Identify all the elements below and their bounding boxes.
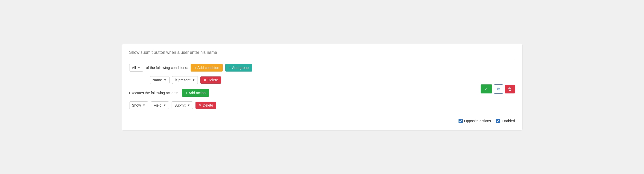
action-type-select[interactable]: Show ▼ [129,101,148,109]
confirm-icon: ✓ [485,87,488,91]
of-label: of the following conditions: [146,66,188,70]
action-delete-button[interactable]: ✕ Delete [195,102,216,109]
opposite-actions-text: Opposite actions [464,119,491,123]
condition-field-label: Name [153,78,162,82]
action-target-chevron: ▼ [187,103,190,107]
enabled-text: Enabled [502,119,515,123]
action-delete-label: Delete [203,103,213,107]
action-row: Show ▼ Field ▼ Submit ▼ ✕ Delete [129,101,481,109]
all-select-label: All [132,66,136,70]
add-condition-button[interactable]: + Add condition [191,64,223,72]
opposite-actions-label[interactable]: Opposite actions [459,119,491,123]
action-delete-icon: ✕ [199,103,202,107]
action-target-select[interactable]: Submit ▼ [172,101,193,109]
add-group-button[interactable]: + Add group [225,64,252,72]
condition-delete-button[interactable]: ✕ Delete [200,76,221,84]
header-buttons-group: ✓ ⧉ 🗑 [481,84,515,94]
confirm-button[interactable]: ✓ [481,84,492,93]
delete-rule-button[interactable]: 🗑 [505,85,515,93]
action-type-label: Show [132,103,141,107]
condition-field-select[interactable]: Name ▼ [150,76,170,84]
conditions-top-row: All ▼ of the following conditions: + Add… [129,64,515,114]
add-action-label: Add action [189,91,206,95]
action-type-chevron: ▼ [143,103,146,107]
all-select[interactable]: All ▼ [129,64,143,72]
rule-title-input[interactable] [129,50,515,58]
action-field-type-chevron: ▼ [163,103,166,107]
all-select-chevron: ▼ [137,66,141,69]
copy-button[interactable]: ⧉ [494,84,503,94]
add-action-icon: + [185,91,188,95]
actions-header-row: Executes the following actions: + Add ac… [129,89,481,97]
executes-label: Executes the following actions: [129,91,178,95]
condition-operator-select[interactable]: is present ▼ [172,76,198,84]
action-field-type-select[interactable]: Field ▼ [151,101,169,109]
opposite-actions-checkbox[interactable] [459,119,463,123]
conditions-section: All ▼ of the following conditions: + Add… [129,64,481,114]
condition-row: Name ▼ is present ▼ ✕ Delete [150,76,481,84]
delete-rule-icon: 🗑 [508,87,512,91]
condition-field-chevron: ▼ [164,78,167,82]
add-group-icon: + [229,66,231,70]
add-condition-label: Add condition [197,66,219,70]
add-action-button[interactable]: + Add action [182,89,209,97]
copy-icon: ⧉ [497,87,500,91]
condition-delete-icon: ✕ [203,78,207,82]
condition-operator-label: is present [175,78,191,82]
condition-operator-chevron: ▼ [192,78,195,82]
footer-row: Opposite actions Enabled [129,119,515,123]
action-target-label: Submit [174,103,186,107]
action-field-type-label: Field [154,103,161,107]
add-group-label: Add group [232,66,249,70]
condition-delete-label: Delete [208,78,218,82]
enabled-checkbox[interactable] [496,119,500,123]
enabled-label[interactable]: Enabled [496,119,515,123]
conditions-header-row: All ▼ of the following conditions: + Add… [129,64,481,72]
rule-card: All ▼ of the following conditions: + Add… [122,44,522,130]
add-condition-icon: + [194,66,196,70]
